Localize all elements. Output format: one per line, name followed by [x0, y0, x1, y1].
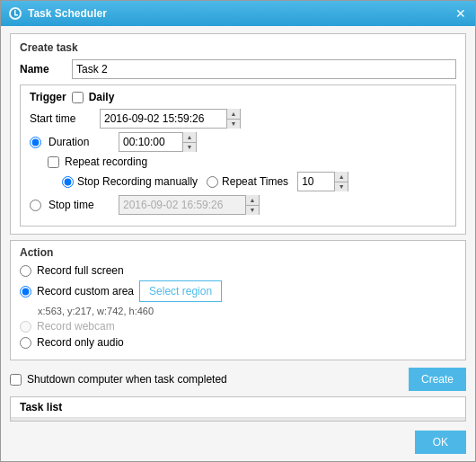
- stop-manually-option: Stop Recording manually: [62, 175, 198, 188]
- ok-row: OK: [10, 427, 466, 454]
- duration-label: Duration: [48, 136, 111, 148]
- repeat-times-input[interactable]: [298, 173, 334, 191]
- title-bar: Task Scheduler ✕: [1, 1, 475, 26]
- duration-spinner: ▲ ▼: [119, 132, 197, 152]
- duration-row: Duration ▲ ▼: [30, 132, 446, 152]
- table-header-row: Name Status Start time Duration Action: [11, 418, 465, 422]
- bottom-row: Shutdown computer when task completed Cr…: [10, 368, 466, 391]
- close-button[interactable]: ✕: [454, 6, 468, 21]
- action-label: Action: [20, 246, 456, 259]
- record-webcam-row: Record webcam: [20, 320, 456, 333]
- select-region-button[interactable]: Select region: [139, 280, 222, 302]
- trigger-section: Trigger Daily Start time ▲ ▼: [20, 84, 456, 227]
- start-time-down[interactable]: ▼: [227, 120, 240, 129]
- svg-rect-2: [14, 10, 16, 14]
- create-button[interactable]: Create: [409, 368, 466, 391]
- app-icon: [8, 6, 22, 21]
- start-time-spinner: ▲ ▼: [100, 109, 241, 129]
- repeat-times-radio[interactable]: [207, 176, 218, 188]
- duration-radio[interactable]: [30, 137, 41, 148]
- shutdown-label: Shutdown computer when task completed: [27, 373, 227, 386]
- repeat-times-up[interactable]: ▲: [335, 172, 348, 182]
- trigger-header: Trigger Daily: [30, 91, 446, 103]
- repeat-times-label: Repeat Times: [222, 175, 288, 188]
- trigger-label: Trigger: [30, 91, 66, 103]
- stop-time-spinner-btns: ▲ ▼: [245, 195, 259, 215]
- col-status: Status: [69, 418, 133, 422]
- action-section: Action Record full screen Record custom …: [10, 240, 466, 360]
- daily-checkbox[interactable]: [72, 92, 84, 103]
- record-only-audio-label: Record only audio: [37, 336, 124, 349]
- repeat-recording-row: Repeat recording: [48, 155, 446, 168]
- create-task-label: Create task: [20, 41, 456, 54]
- task-list-label: Task list: [11, 397, 465, 418]
- record-custom-area-label: Record custom area: [37, 285, 134, 298]
- duration-spinner-btns: ▲ ▼: [182, 132, 196, 152]
- start-time-label: Start time: [30, 112, 93, 125]
- repeat-times-spinner-btns: ▲ ▼: [334, 172, 348, 191]
- start-time-input[interactable]: [101, 110, 226, 128]
- name-input[interactable]: [72, 59, 456, 79]
- col-start-time: Start time: [132, 418, 261, 422]
- stop-time-input: [119, 196, 245, 214]
- stop-time-up[interactable]: ▲: [246, 195, 259, 206]
- start-time-up[interactable]: ▲: [227, 109, 240, 120]
- region-coords: x:563, y:217, w:742, h:460: [38, 306, 456, 316]
- repeat-times-down[interactable]: ▼: [335, 182, 348, 192]
- main-content: Create task Name Trigger Daily Start tim…: [1, 26, 475, 461]
- stop-time-spinner: ▲ ▼: [119, 195, 260, 215]
- task-table: Name Status Start time Duration Action T…: [11, 418, 465, 422]
- name-row: Name: [20, 59, 456, 79]
- duration-down[interactable]: ▼: [183, 143, 196, 153]
- task-list-section: Task list Name Status Start time Duratio…: [10, 396, 466, 422]
- stop-recording-row: Stop Recording manually Repeat Times ▲ ▼: [62, 172, 446, 191]
- record-webcam-label: Record webcam: [37, 320, 115, 333]
- repeat-recording-label: Repeat recording: [65, 155, 147, 168]
- shutdown-checkbox[interactable]: [10, 374, 22, 386]
- col-action: Action: [336, 418, 465, 422]
- ok-button[interactable]: OK: [415, 431, 466, 454]
- create-task-section: Create task Name Trigger Daily Start tim…: [10, 33, 466, 235]
- daily-label: Daily: [89, 91, 115, 103]
- record-only-audio-row: Record only audio: [20, 336, 456, 349]
- shutdown-row: Shutdown computer when task completed: [10, 373, 227, 386]
- record-custom-area-row: Record custom area Select region: [20, 280, 456, 302]
- col-name: Name: [11, 418, 69, 422]
- stop-manually-label: Stop Recording manually: [77, 175, 198, 188]
- record-custom-area-radio[interactable]: [20, 286, 31, 298]
- duration-input[interactable]: [119, 133, 182, 151]
- stop-manually-radio[interactable]: [62, 176, 74, 188]
- record-webcam-radio[interactable]: [20, 321, 31, 333]
- record-only-audio-radio[interactable]: [20, 337, 31, 349]
- col-duration: Duration: [261, 418, 336, 422]
- window-title: Task Scheduler: [28, 7, 454, 20]
- svg-rect-3: [14, 14, 18, 16]
- start-time-spinner-btns: ▲ ▼: [226, 109, 240, 129]
- record-full-screen-radio[interactable]: [20, 265, 31, 277]
- repeat-times-option: Repeat Times: [207, 175, 288, 188]
- repeat-recording-checkbox[interactable]: [48, 156, 59, 168]
- stop-time-row: Stop time ▲ ▼: [30, 195, 446, 215]
- stop-time-radio[interactable]: [30, 200, 41, 211]
- stop-time-down[interactable]: ▼: [246, 206, 259, 216]
- record-full-screen-label: Record full screen: [37, 264, 124, 277]
- task-scheduler-window: Task Scheduler ✕ Create task Name Trigge…: [0, 0, 476, 462]
- record-full-screen-row: Record full screen: [20, 264, 456, 277]
- repeat-times-spinner: ▲ ▼: [297, 172, 348, 191]
- start-time-row: Start time ▲ ▼: [30, 109, 446, 129]
- duration-up[interactable]: ▲: [183, 132, 196, 143]
- stop-time-label: Stop time: [48, 199, 111, 211]
- name-label: Name: [20, 63, 65, 76]
